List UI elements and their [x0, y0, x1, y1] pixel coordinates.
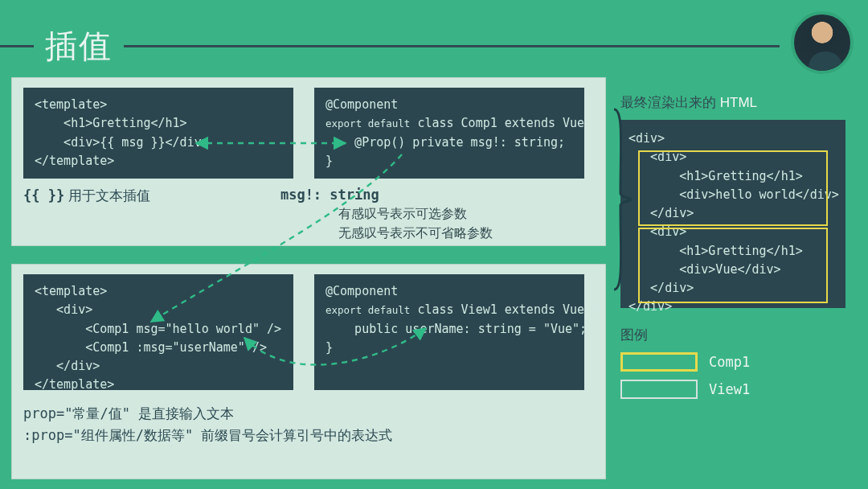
- legend-row-comp1: Comp1: [620, 352, 845, 372]
- view1-class-decl: class View1 extends Vue {: [410, 302, 599, 317]
- comp1-decorator: @Component: [326, 97, 398, 112]
- slide-title: 插值: [34, 24, 124, 68]
- highlight-comp1-instance2: [638, 228, 828, 303]
- template-code-comp1: <template> <h1>Gretting</h1> <div>{{ msg…: [23, 88, 293, 179]
- component-code-view1: @Component export default class View1 ex…: [314, 274, 584, 390]
- title-rule-left: [0, 45, 34, 47]
- comp1-prop-line: @Prop() private msg!: string;: [326, 135, 565, 150]
- panel-view1-row: <template> <div> <Comp1 msg="hello world…: [23, 274, 594, 390]
- note-prop-bound: :prop="组件属性/数据等" 前缀冒号会计算引号中的表达式: [23, 425, 594, 446]
- slide-title-row: 插值: [0, 24, 868, 68]
- title-rule-right: [124, 45, 780, 47]
- component-code-comp1: @Component export default class Comp1 ex…: [314, 88, 584, 179]
- rendered-html-heading-en: HTML: [720, 95, 757, 110]
- note-msg-sub1: 有感叹号表示可选参数: [280, 205, 493, 223]
- legend-label-comp1: Comp1: [709, 354, 750, 370]
- presenter-avatar: [791, 11, 854, 74]
- legend-label-view1: View1: [709, 381, 750, 397]
- comp1-close-brace: }: [326, 154, 333, 168]
- template-code-view1: <template> <div> <Comp1 msg="hello world…: [23, 274, 293, 390]
- main-area: <template> <h1>Gretting</h1> <div>{{ msg…: [11, 77, 857, 479]
- note-mustache-syntax: {{ }}: [23, 187, 64, 203]
- right-column: 最终渲染出来的 HTML <div> <div> <h1>Gretting</h…: [620, 77, 845, 479]
- rendered-html-heading-cn: 最终渲染出来的: [620, 95, 720, 110]
- note-mustache: {{ }} 用于文本插值: [23, 187, 150, 241]
- view1-decorator: @Component: [326, 284, 398, 298]
- note-prop-const: prop="常量/值" 是直接输入文本: [23, 403, 594, 425]
- note-mustache-text: 用于文本插值: [64, 188, 150, 203]
- note-msg-sub2: 无感叹号表示不可省略参数: [280, 224, 493, 242]
- legend-swatch-comp1: [620, 352, 698, 372]
- note-msg-head: msg!: string: [280, 187, 379, 203]
- view1-export-kw: export default: [326, 304, 410, 316]
- rendered-html-heading: 最终渲染出来的 HTML: [620, 93, 845, 112]
- highlight-comp1-instance1: [638, 150, 828, 226]
- comp1-export-kw: export default: [326, 117, 410, 129]
- panel-comp1-row: <template> <h1>Gretting</h1> <div>{{ msg…: [23, 88, 594, 179]
- note-msg-bang: msg!: string 有感叹号表示可选参数 无感叹号表示不可省略参数: [280, 187, 493, 241]
- panel-view1-notes: prop="常量/值" 是直接输入文本 :prop="组件属性/数据等" 前缀冒…: [23, 403, 594, 446]
- comp1-class-decl: class Comp1 extends Vue {: [410, 116, 599, 130]
- legend-row-view1: View1: [620, 380, 845, 399]
- panel-comp1: <template> <h1>Gretting</h1> <div>{{ msg…: [11, 77, 606, 246]
- panel-view1: <template> <div> <Comp1 msg="hello world…: [11, 264, 606, 479]
- view1-close-brace: }: [326, 340, 333, 355]
- legend-heading: 图例: [620, 326, 845, 344]
- legend-swatch-view1: [620, 380, 698, 399]
- view1-prop-line: public userName: string = "Vue";: [326, 322, 587, 336]
- left-column: <template> <h1>Gretting</h1> <div>{{ msg…: [11, 77, 606, 479]
- rendered-html-output: <div> <div> <h1>Gretting</h1> <div>hello…: [620, 120, 845, 308]
- panel-comp1-notes: {{ }} 用于文本插值 msg!: string 有感叹号表示可选参数 无感叹…: [23, 187, 594, 241]
